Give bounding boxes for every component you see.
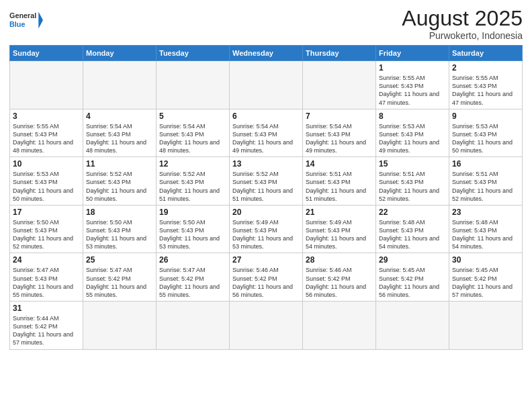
day-info: Sunrise: 5:52 AM Sunset: 5:43 PM Dayligh… — [159, 170, 226, 203]
calendar-cell: 2Sunrise: 5:55 AM Sunset: 5:43 PM Daylig… — [449, 61, 523, 109]
svg-text:General: General — [9, 12, 36, 20]
day-number: 29 — [379, 255, 446, 265]
calendar-cell: 24Sunrise: 5:47 AM Sunset: 5:43 PM Dayli… — [10, 253, 83, 302]
day-number: 2 — [452, 63, 519, 73]
day-info: Sunrise: 5:53 AM Sunset: 5:43 PM Dayligh… — [13, 170, 80, 203]
calendar-cell: 13Sunrise: 5:52 AM Sunset: 5:43 PM Dayli… — [230, 157, 303, 205]
calendar-cell — [230, 302, 303, 350]
day-info: Sunrise: 5:54 AM Sunset: 5:43 PM Dayligh… — [86, 122, 153, 155]
svg-marker-2 — [38, 12, 43, 29]
calendar-week-0: 1Sunrise: 5:55 AM Sunset: 5:43 PM Daylig… — [10, 61, 523, 109]
calendar-cell — [157, 302, 230, 350]
day-number: 31 — [13, 304, 80, 313]
day-info: Sunrise: 5:47 AM Sunset: 5:43 PM Dayligh… — [13, 266, 80, 299]
day-number: 15 — [379, 159, 446, 169]
calendar-cell: 27Sunrise: 5:46 AM Sunset: 5:42 PM Dayli… — [230, 253, 303, 302]
day-number: 21 — [306, 208, 373, 217]
day-info: Sunrise: 5:50 AM Sunset: 5:43 PM Dayligh… — [159, 218, 226, 251]
calendar-cell: 3Sunrise: 5:55 AM Sunset: 5:43 PM Daylig… — [10, 109, 83, 157]
day-info: Sunrise: 5:49 AM Sunset: 5:43 PM Dayligh… — [306, 218, 373, 251]
day-info: Sunrise: 5:53 AM Sunset: 5:43 PM Dayligh… — [452, 122, 519, 155]
calendar-cell — [83, 61, 157, 109]
calendar-cell — [157, 61, 230, 109]
day-info: Sunrise: 5:50 AM Sunset: 5:43 PM Dayligh… — [13, 218, 80, 251]
calendar-cell: 30Sunrise: 5:45 AM Sunset: 5:42 PM Dayli… — [449, 253, 523, 302]
calendar-cell — [230, 61, 303, 109]
day-number: 17 — [13, 208, 80, 217]
calendar: SundayMondayTuesdayWednesdayThursdayFrid… — [9, 45, 523, 349]
day-number: 22 — [379, 208, 446, 217]
calendar-cell: 26Sunrise: 5:47 AM Sunset: 5:42 PM Dayli… — [157, 253, 230, 302]
calendar-cell: 6Sunrise: 5:54 AM Sunset: 5:43 PM Daylig… — [230, 109, 303, 157]
day-header-thursday: Thursday — [303, 46, 376, 61]
day-number: 16 — [452, 159, 519, 169]
day-info: Sunrise: 5:55 AM Sunset: 5:43 PM Dayligh… — [13, 122, 80, 155]
calendar-cell: 25Sunrise: 5:47 AM Sunset: 5:42 PM Dayli… — [83, 253, 157, 302]
day-number: 8 — [379, 111, 446, 121]
day-header-friday: Friday — [376, 46, 449, 61]
day-number: 3 — [13, 111, 80, 121]
day-info: Sunrise: 5:48 AM Sunset: 5:43 PM Dayligh… — [452, 218, 519, 251]
day-info: Sunrise: 5:45 AM Sunset: 5:42 PM Dayligh… — [379, 266, 446, 299]
day-number: 6 — [232, 111, 300, 121]
calendar-cell: 7Sunrise: 5:54 AM Sunset: 5:43 PM Daylig… — [303, 109, 376, 157]
day-number: 19 — [159, 208, 226, 217]
day-number: 26 — [159, 255, 226, 265]
calendar-cell: 11Sunrise: 5:52 AM Sunset: 5:43 PM Dayli… — [83, 157, 157, 205]
calendar-cell — [303, 61, 376, 109]
calendar-cell — [83, 302, 157, 350]
calendar-cell: 4Sunrise: 5:54 AM Sunset: 5:43 PM Daylig… — [83, 109, 157, 157]
day-number: 20 — [232, 208, 300, 217]
day-number: 18 — [86, 208, 153, 217]
calendar-cell: 16Sunrise: 5:51 AM Sunset: 5:43 PM Dayli… — [449, 157, 523, 205]
day-number: 11 — [86, 159, 153, 169]
calendar-cell: 20Sunrise: 5:49 AM Sunset: 5:43 PM Dayli… — [230, 205, 303, 253]
calendar-cell: 12Sunrise: 5:52 AM Sunset: 5:43 PM Dayli… — [157, 157, 230, 205]
calendar-week-1: 3Sunrise: 5:55 AM Sunset: 5:43 PM Daylig… — [10, 109, 523, 157]
header: General Blue August 2025 Purwokerto, Ind… — [9, 7, 523, 41]
calendar-cell: 10Sunrise: 5:53 AM Sunset: 5:43 PM Dayli… — [10, 157, 83, 205]
day-number: 28 — [306, 255, 373, 265]
day-number: 1 — [379, 63, 446, 73]
calendar-cell — [10, 61, 83, 109]
logo: General Blue — [9, 7, 43, 34]
day-number: 14 — [306, 159, 373, 169]
day-header-wednesday: Wednesday — [230, 46, 303, 61]
day-number: 23 — [452, 208, 519, 217]
day-info: Sunrise: 5:47 AM Sunset: 5:42 PM Dayligh… — [86, 266, 153, 299]
day-info: Sunrise: 5:46 AM Sunset: 5:42 PM Dayligh… — [306, 266, 373, 299]
day-info: Sunrise: 5:51 AM Sunset: 5:43 PM Dayligh… — [452, 170, 519, 203]
calendar-cell: 21Sunrise: 5:49 AM Sunset: 5:43 PM Dayli… — [303, 205, 376, 253]
day-info: Sunrise: 5:50 AM Sunset: 5:43 PM Dayligh… — [86, 218, 153, 251]
day-number: 4 — [86, 111, 153, 121]
calendar-cell — [376, 302, 449, 350]
day-number: 25 — [86, 255, 153, 265]
day-info: Sunrise: 5:46 AM Sunset: 5:42 PM Dayligh… — [232, 266, 300, 299]
calendar-cell: 17Sunrise: 5:50 AM Sunset: 5:43 PM Dayli… — [10, 205, 83, 253]
logo-svg: General Blue — [9, 7, 43, 34]
day-number: 24 — [13, 255, 80, 265]
day-header-tuesday: Tuesday — [157, 46, 230, 61]
calendar-week-5: 31Sunrise: 5:44 AM Sunset: 5:42 PM Dayli… — [10, 302, 523, 350]
day-info: Sunrise: 5:54 AM Sunset: 5:43 PM Dayligh… — [232, 122, 300, 155]
day-info: Sunrise: 5:55 AM Sunset: 5:43 PM Dayligh… — [452, 74, 519, 107]
day-header-saturday: Saturday — [449, 46, 523, 61]
location: Purwokerto, Indonesia — [402, 30, 523, 41]
day-number: 10 — [13, 159, 80, 169]
day-header-monday: Monday — [83, 46, 157, 61]
calendar-cell: 31Sunrise: 5:44 AM Sunset: 5:42 PM Dayli… — [10, 302, 83, 350]
day-number: 5 — [159, 111, 226, 121]
calendar-cell: 14Sunrise: 5:51 AM Sunset: 5:43 PM Dayli… — [303, 157, 376, 205]
day-info: Sunrise: 5:47 AM Sunset: 5:42 PM Dayligh… — [159, 266, 226, 299]
calendar-cell: 28Sunrise: 5:46 AM Sunset: 5:42 PM Dayli… — [303, 253, 376, 302]
day-info: Sunrise: 5:52 AM Sunset: 5:43 PM Dayligh… — [232, 170, 300, 203]
calendar-cell: 23Sunrise: 5:48 AM Sunset: 5:43 PM Dayli… — [449, 205, 523, 253]
calendar-cell: 15Sunrise: 5:51 AM Sunset: 5:43 PM Dayli… — [376, 157, 449, 205]
day-number: 9 — [452, 111, 519, 121]
day-info: Sunrise: 5:48 AM Sunset: 5:43 PM Dayligh… — [379, 218, 446, 251]
calendar-week-3: 17Sunrise: 5:50 AM Sunset: 5:43 PM Dayli… — [10, 205, 523, 253]
day-info: Sunrise: 5:55 AM Sunset: 5:43 PM Dayligh… — [379, 74, 446, 107]
day-info: Sunrise: 5:54 AM Sunset: 5:43 PM Dayligh… — [159, 122, 226, 155]
day-number: 27 — [232, 255, 300, 265]
day-number: 13 — [232, 159, 300, 169]
